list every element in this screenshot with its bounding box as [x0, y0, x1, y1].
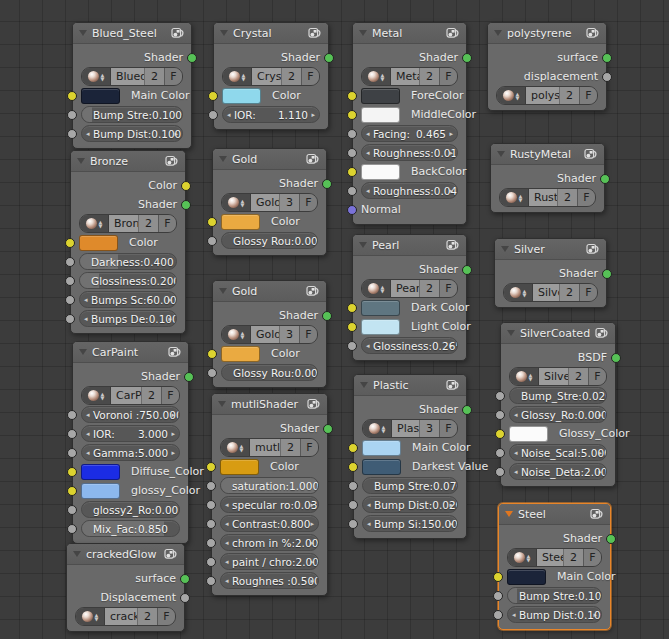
input-socket[interactable]: [67, 467, 77, 477]
material-fake-user-button[interactable]: F: [300, 439, 318, 456]
node-header[interactable]: Gold: [213, 281, 326, 302]
node-header[interactable]: SilverCoatedAlu...: [501, 323, 615, 344]
input-socket[interactable]: [67, 448, 77, 458]
output-socket[interactable]: [180, 574, 190, 584]
number-slider[interactable]: Bump Stre:0.100: [507, 587, 602, 604]
material-stepper[interactable]: ▲▼: [523, 289, 527, 297]
slider-left-arrow-icon[interactable]: ◂: [512, 611, 516, 618]
color-swatch[interactable]: [507, 569, 546, 585]
input-socket[interactable]: [206, 538, 216, 548]
node-header[interactable]: Silver: [495, 239, 606, 260]
number-slider[interactable]: ◂▸paint / chro:2.000: [220, 553, 319, 570]
node-crystal[interactable]: CrystalShader▲▼Crystal2FColor◂▸IOR:1.110: [213, 22, 329, 130]
number-slider[interactable]: ◂▸Bump Dist:0.100: [81, 125, 183, 142]
material-stepper[interactable]: ▲▼: [240, 444, 244, 452]
number-slider[interactable]: Glossy Rou:0.001: [221, 364, 318, 381]
slider-left-arrow-icon[interactable]: ◂: [514, 449, 518, 456]
slider-left-arrow-icon[interactable]: ◂: [514, 411, 518, 418]
input-socket[interactable]: [348, 443, 358, 453]
slider-left-arrow-icon[interactable]: ◂: [86, 430, 90, 437]
collapse-triangle-icon[interactable]: [219, 156, 227, 162]
stepper-down-icon[interactable]: ▼: [101, 77, 105, 81]
stepper-down-icon[interactable]: ▼: [241, 203, 245, 207]
material-stepper[interactable]: ▲▼: [95, 613, 99, 621]
input-socket[interactable]: [67, 91, 77, 101]
slider-right-arrow-icon[interactable]: ▸: [311, 111, 315, 118]
number-slider[interactable]: ◂▸Voronoi :750.000: [81, 406, 180, 423]
collapse-triangle-icon[interactable]: [220, 30, 228, 36]
input-socket[interactable]: [495, 429, 505, 439]
material-users-button[interactable]: 2: [557, 189, 577, 206]
material-fake-user-button[interactable]: F: [579, 87, 597, 104]
material-browse-button[interactable]: ▲▼: [222, 326, 250, 343]
node-header[interactable]: CarPaint: [73, 342, 188, 363]
material-users-button[interactable]: 2: [144, 68, 164, 85]
material-stepper[interactable]: ▲▼: [242, 73, 246, 81]
slider-left-arrow-icon[interactable]: ◂: [84, 315, 88, 322]
input-socket[interactable]: [347, 129, 357, 139]
color-swatch[interactable]: [362, 459, 401, 475]
color-swatch[interactable]: [362, 440, 401, 456]
material-users-button[interactable]: 3: [279, 194, 299, 211]
number-slider[interactable]: ◂▸Bump Dist:0.020: [362, 496, 458, 513]
node-gold-2[interactable]: GoldShader▲▼Gold3FColorGlossy Rou:0.001: [212, 280, 327, 388]
material-name-field[interactable]: mutliS: [249, 439, 280, 456]
input-socket[interactable]: [65, 238, 75, 248]
output-socket[interactable]: [602, 72, 612, 82]
material-stepper[interactable]: ▲▼: [381, 73, 385, 81]
material-stepper[interactable]: ▲▼: [99, 220, 103, 228]
input-socket[interactable]: [347, 322, 357, 332]
slider-right-arrow-icon[interactable]: ▸: [310, 520, 314, 527]
node-header[interactable]: Steel: [499, 504, 610, 525]
material-name-field[interactable]: Rusty: [528, 189, 557, 206]
input-socket[interactable]: [206, 462, 216, 472]
slider-left-arrow-icon[interactable]: ◂: [86, 449, 90, 456]
node-car-paint[interactable]: CarPaintShader▲▼CarPai2F◂▸Voronoi :750.0…: [72, 341, 189, 544]
slider-right-arrow-icon[interactable]: ▸: [171, 430, 175, 437]
material-stepper[interactable]: ▲▼: [101, 392, 105, 400]
node-polystyrene[interactable]: polystyrenesurfacedisplacement▲▼polysty2…: [487, 22, 607, 111]
material-name-field[interactable]: Silver: [532, 284, 559, 301]
material-stepper[interactable]: ▲▼: [101, 73, 105, 81]
material-name-field[interactable]: CarPai: [110, 387, 141, 404]
node-header[interactable]: RustyMetal: [491, 144, 604, 165]
stepper-down-icon[interactable]: ▼: [381, 289, 385, 293]
node-blued-steel[interactable]: Blued_SteelShader▲▼Blued_2FMain ColorBum…: [72, 22, 192, 149]
color-swatch[interactable]: [81, 464, 120, 480]
node-header[interactable]: Bronze: [71, 151, 185, 172]
material-browse-button[interactable]: ▲▼: [223, 68, 251, 85]
input-socket[interactable]: [206, 576, 216, 586]
input-socket[interactable]: [493, 572, 503, 582]
slider-right-arrow-icon[interactable]: ▸: [171, 449, 175, 456]
slider-right-arrow-icon[interactable]: ▸: [449, 130, 453, 137]
material-fake-user-button[interactable]: F: [577, 189, 595, 206]
material-stepper[interactable]: ▲▼: [382, 425, 386, 433]
output-socket[interactable]: [184, 372, 194, 382]
node-header[interactable]: mutliShader: [212, 394, 327, 415]
input-socket[interactable]: [495, 391, 505, 401]
color-swatch[interactable]: [509, 426, 548, 442]
input-socket[interactable]: [207, 236, 217, 246]
number-slider[interactable]: ◂▸specular ro:0.030: [220, 496, 319, 513]
number-slider[interactable]: ◂▸Bumps Sc:60.000: [79, 291, 177, 308]
output-socket[interactable]: [602, 53, 612, 63]
material-browse-button[interactable]: ▲▼: [504, 284, 532, 301]
material-browse-button[interactable]: ▲▼: [508, 549, 536, 566]
node-header[interactable]: Plastic: [354, 375, 466, 396]
input-socket[interactable]: [347, 303, 357, 313]
input-socket[interactable]: [67, 110, 77, 120]
material-fake-user-button[interactable]: F: [579, 284, 597, 301]
node-header[interactable]: Metal: [353, 23, 466, 44]
input-socket[interactable]: [206, 500, 216, 510]
input-socket[interactable]: [347, 148, 357, 158]
stepper-down-icon[interactable]: ▼: [516, 96, 520, 100]
material-stepper[interactable]: ▲▼: [529, 373, 533, 381]
output-socket[interactable]: [323, 424, 333, 434]
node-header[interactable]: polystyrene: [488, 23, 606, 44]
material-name-field[interactable]: Pearl: [390, 280, 419, 297]
material-browse-button[interactable]: ▲▼: [221, 439, 249, 456]
color-swatch[interactable]: [79, 235, 118, 251]
output-socket[interactable]: [187, 53, 197, 63]
number-slider[interactable]: Glossiness:0.200: [79, 272, 177, 289]
color-swatch[interactable]: [81, 483, 120, 499]
